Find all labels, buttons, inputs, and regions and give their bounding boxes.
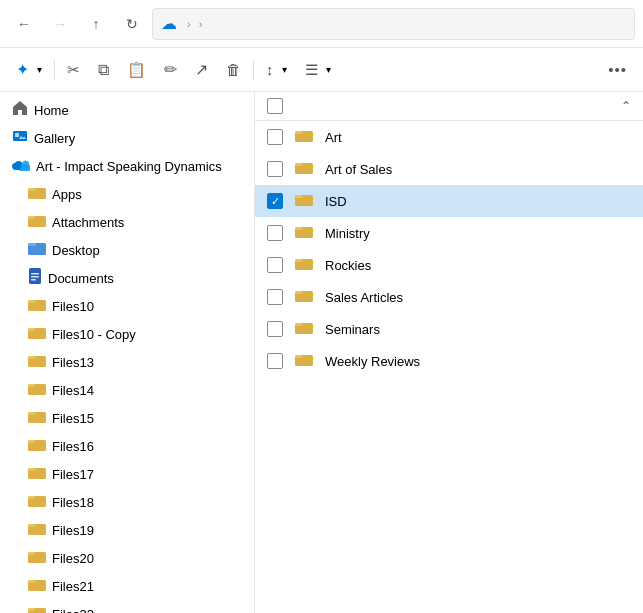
sidebar-item-home[interactable]: Home — [4, 96, 250, 124]
sidebar-item-art-impact[interactable]: Art - Impact Speaking Dynamics — [4, 152, 250, 180]
folder-icon — [28, 409, 46, 427]
sidebar-item-files10-copy[interactable]: Files10 - Copy — [4, 320, 250, 348]
share-button[interactable]: ↗ — [187, 54, 216, 86]
sidebar-item-files19[interactable]: Files19 — [4, 516, 250, 544]
copy-button[interactable]: ⧉ — [90, 54, 117, 86]
delete-icon: 🗑 — [226, 61, 241, 78]
breadcrumb-sep-2: › — [199, 18, 203, 30]
sidebar-item-files20[interactable]: Files20 — [4, 544, 250, 572]
folder-icon — [28, 185, 46, 203]
folder-icon — [28, 297, 46, 315]
new-button[interactable]: ✦ ▾ — [8, 54, 50, 86]
row-name-ministry: Ministry — [325, 226, 631, 241]
sidebar-item-files17[interactable]: Files17 — [4, 460, 250, 488]
sidebar-item-files18[interactable]: Files18 — [4, 488, 250, 516]
seminars-checkbox[interactable] — [267, 321, 283, 337]
ministry-checkbox[interactable] — [267, 225, 283, 241]
file-row-sales-articles[interactable]: Sales Articles — [255, 281, 643, 313]
row-checkbox-rockies[interactable] — [267, 257, 295, 273]
svg-rect-7 — [28, 243, 36, 246]
sidebar-item-files22[interactable]: Files22 — [4, 600, 250, 613]
sidebar-item-label-files10: Files10 — [52, 299, 94, 314]
sidebar-item-label-files10-copy: Files10 - Copy — [52, 327, 136, 342]
header-checkbox[interactable] — [267, 98, 295, 114]
sidebar: Home Gallery Art - Impact Speaking Dynam… — [0, 92, 255, 613]
sidebar-item-label-home: Home — [34, 103, 69, 118]
svg-rect-11 — [31, 279, 36, 281]
row-checkbox-seminars[interactable] — [267, 321, 295, 337]
isd-checkbox[interactable]: ✓ — [267, 193, 283, 209]
svg-rect-47 — [295, 227, 302, 230]
svg-rect-15 — [28, 328, 35, 331]
select-all-checkbox[interactable] — [267, 98, 283, 114]
sidebar-item-files21[interactable]: Files21 — [4, 572, 250, 600]
file-row-seminars[interactable]: Seminars — [255, 313, 643, 345]
svg-rect-21 — [28, 412, 35, 415]
svg-rect-19 — [28, 384, 35, 387]
refresh-button[interactable]: ↻ — [116, 8, 148, 40]
folder-blue-icon — [28, 241, 46, 259]
folder-icon — [28, 549, 46, 567]
row-checkbox-art-of-sales[interactable] — [267, 161, 295, 177]
row-checkbox-art[interactable] — [267, 129, 295, 145]
rename-button[interactable]: ✏ — [156, 54, 185, 86]
toolbar-sep-1 — [54, 60, 55, 80]
new-chevron: ▾ — [37, 64, 42, 75]
sidebar-item-files14[interactable]: Files14 — [4, 376, 250, 404]
copy-icon: ⧉ — [98, 61, 109, 79]
svg-rect-51 — [295, 291, 302, 294]
folder-icon-art-of-sales — [295, 160, 319, 178]
delete-button[interactable]: 🗑 — [218, 54, 249, 86]
folder-icon-seminars — [295, 320, 319, 338]
sidebar-item-attachments[interactable]: Attachments — [4, 208, 250, 236]
svg-rect-25 — [28, 468, 35, 471]
up-button[interactable]: ↑ — [80, 8, 112, 40]
svg-rect-45 — [295, 195, 302, 198]
paste-button[interactable]: 📋 — [119, 54, 154, 86]
svg-rect-10 — [31, 276, 39, 278]
weekly-reviews-checkbox[interactable] — [267, 353, 283, 369]
sales-articles-checkbox[interactable] — [267, 289, 283, 305]
file-row-weekly-reviews[interactable]: Weekly Reviews — [255, 345, 643, 377]
art-checkbox[interactable] — [267, 129, 283, 145]
art-of-sales-checkbox[interactable] — [267, 161, 283, 177]
sidebar-item-gallery[interactable]: Gallery — [4, 124, 250, 152]
sidebar-item-documents[interactable]: Documents — [4, 264, 250, 292]
sidebar-item-desktop[interactable]: Desktop — [4, 236, 250, 264]
svg-rect-27 — [28, 496, 35, 499]
row-name-weekly-reviews: Weekly Reviews — [325, 354, 631, 369]
sidebar-item-files16[interactable]: Files16 — [4, 432, 250, 460]
file-row-art-of-sales[interactable]: Art of Sales — [255, 153, 643, 185]
main-layout: Home Gallery Art - Impact Speaking Dynam… — [0, 92, 643, 613]
row-checkbox-ministry[interactable] — [267, 225, 295, 241]
row-name-isd: ISD — [325, 194, 631, 209]
forward-button[interactable]: → — [44, 8, 76, 40]
folder-icon-sales-articles — [295, 288, 319, 306]
cut-button[interactable]: ✂ — [59, 54, 88, 86]
folder-icon — [28, 213, 46, 231]
row-checkbox-weekly-reviews[interactable] — [267, 353, 295, 369]
rockies-checkbox[interactable] — [267, 257, 283, 273]
view-button[interactable]: ☰ ▾ — [297, 54, 339, 86]
more-button[interactable]: ••• — [600, 54, 635, 86]
file-row-rockies[interactable]: Rockies — [255, 249, 643, 281]
sidebar-item-files13[interactable]: Files13 — [4, 348, 250, 376]
sidebar-item-apps[interactable]: Apps — [4, 180, 250, 208]
sort-button[interactable]: ↕ ▾ — [258, 54, 295, 86]
onedrive-icon — [12, 157, 30, 175]
sidebar-item-files15[interactable]: Files15 — [4, 404, 250, 432]
row-checkbox-sales-articles[interactable] — [267, 289, 295, 305]
file-row-art[interactable]: Art — [255, 121, 643, 153]
sidebar-item-label-files14: Files14 — [52, 383, 94, 398]
sidebar-item-label-gallery: Gallery — [34, 131, 75, 146]
collapse-button[interactable]: ⌃ — [621, 99, 631, 113]
sidebar-item-files10[interactable]: Files10 — [4, 292, 250, 320]
content-header: ⌃ — [255, 92, 643, 121]
file-row-ministry[interactable]: Ministry — [255, 217, 643, 249]
row-checkbox-isd[interactable]: ✓ — [267, 193, 295, 209]
sidebar-item-label-files13: Files13 — [52, 355, 94, 370]
back-button[interactable]: ← — [8, 8, 40, 40]
sidebar-item-label-files15: Files15 — [52, 411, 94, 426]
svg-rect-9 — [31, 273, 39, 275]
file-row-isd[interactable]: ✓ ISD — [255, 185, 643, 217]
